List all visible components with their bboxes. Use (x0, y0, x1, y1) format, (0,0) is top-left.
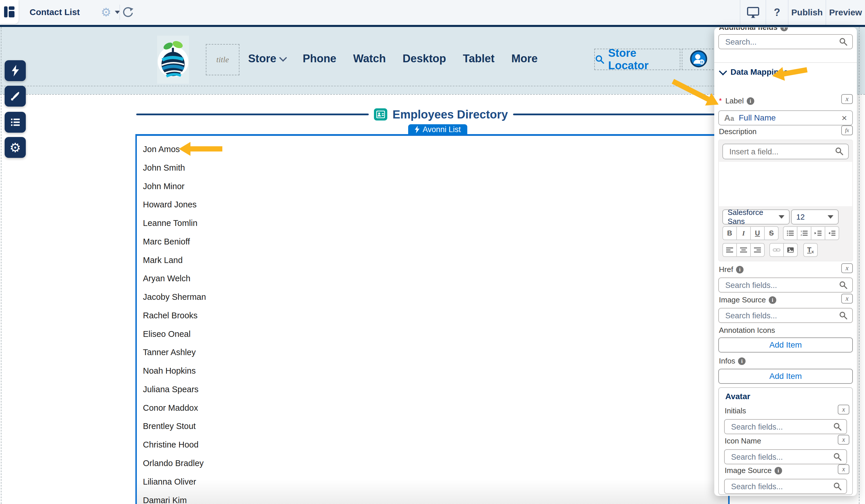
pages-tool-button[interactable] (5, 112, 26, 133)
site-title-placeholder[interactable]: title (206, 44, 240, 75)
settings-tool-button[interactable]: ⚙ (5, 137, 26, 158)
nav-item-desktop[interactable]: Desktop (403, 52, 446, 65)
initials-search-box[interactable] (724, 419, 847, 434)
divider (119, 5, 120, 20)
image-source-search-input[interactable] (725, 308, 826, 323)
section-data-mappings[interactable]: Data Mappings (720, 68, 788, 77)
align-center-button[interactable] (736, 244, 750, 256)
svg-text:1: 1 (801, 230, 802, 233)
list-item[interactable]: Christine Hood (143, 438, 198, 451)
list-item[interactable]: Jon Amos (143, 143, 180, 155)
list-item[interactable]: Conor Maddox (143, 402, 198, 414)
nav-item-tablet[interactable]: Tablet (463, 52, 495, 65)
clipped-section-label: Additional fieldsi (719, 27, 788, 32)
font-family-select[interactable]: Salesforce Sans (723, 209, 789, 224)
property-panel: Additional fieldsi Data Mappings * Label… (714, 27, 857, 496)
bullet-list-icon (787, 230, 794, 236)
avatar-image-source-field-label: Image Sourcei (725, 466, 782, 475)
list-item[interactable]: John Smith (143, 162, 185, 174)
italic-button[interactable]: I (736, 227, 750, 239)
image-source-search-box[interactable] (718, 308, 853, 323)
clear-icon[interactable]: × (842, 113, 847, 124)
align-right-button[interactable] (750, 244, 764, 256)
underline-button[interactable]: U (750, 227, 764, 239)
expression-toggle-button[interactable]: x (838, 464, 849, 474)
expression-toggle-button[interactable]: x (841, 263, 853, 273)
app-launcher-button[interactable] (0, 0, 19, 24)
href-search-box[interactable] (718, 278, 853, 293)
nav-item-more[interactable]: More (511, 52, 538, 65)
publish-button[interactable]: Publish (788, 0, 826, 25)
site-nav: Store Phone Watch Desktop Tablet More (248, 52, 538, 65)
page-settings-gear-icon[interactable]: ⚙ (101, 6, 111, 19)
refresh-button[interactable] (122, 7, 134, 20)
expression-toggle-button[interactable]: x (838, 435, 849, 445)
expression-toggle-button[interactable]: fx (841, 126, 853, 135)
nav-item-store[interactable]: Store (248, 52, 286, 65)
list-item[interactable]: Rachel Brooks (143, 309, 198, 321)
numbered-list-button[interactable]: 1 2 (797, 227, 811, 239)
image-button[interactable] (783, 244, 797, 256)
user-avatar[interactable] (690, 50, 707, 68)
list-item[interactable]: Brentley Stout (143, 420, 196, 432)
search-icon (835, 147, 844, 155)
list-item[interactable]: Eliseo Oneal (143, 328, 191, 340)
href-search-input[interactable] (725, 278, 826, 293)
divider (136, 114, 369, 115)
search-input[interactable] (725, 35, 826, 49)
annotation-icons-add-item-button[interactable]: Add Item (718, 338, 853, 352)
components-tool-button[interactable] (5, 60, 26, 81)
insert-field-box[interactable] (723, 144, 849, 159)
list-icon (10, 118, 20, 127)
avatar-image-source-search-box[interactable] (724, 479, 847, 494)
icon-name-search-input[interactable] (730, 450, 823, 464)
theme-tool-button[interactable] (5, 86, 26, 107)
label-value-combobox[interactable]: Aa Full Name × (718, 110, 853, 126)
list-item[interactable]: Jacoby Sherman (143, 291, 206, 303)
divider (714, 62, 857, 63)
list-item[interactable]: Howard Jones (143, 198, 197, 211)
list-item[interactable]: Orlando Bradley (143, 457, 204, 469)
list-item[interactable]: Aryan Welch (143, 272, 191, 284)
list-item[interactable]: John Minor (143, 180, 184, 192)
outdent-button[interactable] (825, 227, 839, 239)
strikethrough-button[interactable]: S (764, 227, 778, 239)
expression-toggle-button[interactable]: x (838, 405, 849, 414)
link-button[interactable] (770, 244, 783, 256)
nav-item-phone[interactable]: Phone (303, 52, 336, 65)
label-value: Full Name (739, 113, 837, 122)
chrome-underline (0, 25, 865, 27)
clear-format-button[interactable]: Tx (804, 244, 817, 256)
store-locator-button[interactable]: Store Locator (594, 49, 680, 70)
list-item[interactable]: Leanne Tomlin (143, 217, 197, 229)
expression-toggle-button[interactable]: x (841, 94, 853, 104)
outdent-icon (829, 230, 835, 236)
nav-item-watch[interactable]: Watch (353, 52, 386, 65)
preview-button[interactable]: Preview (826, 0, 865, 25)
info-icon: i (769, 296, 776, 304)
list-item[interactable]: Marc Benioff (143, 235, 190, 248)
device-preview-button[interactable] (740, 0, 765, 25)
component-badge[interactable]: Avonni List (408, 124, 467, 135)
panel-search[interactable] (718, 34, 853, 49)
infos-add-item-button[interactable]: Add Item (718, 369, 853, 384)
indent-button[interactable] (811, 227, 825, 239)
site-logo[interactable] (155, 35, 191, 85)
bold-button[interactable]: B (723, 227, 736, 239)
initials-search-input[interactable] (730, 420, 823, 434)
list-item[interactable]: Lilianna Oliver (143, 476, 196, 488)
list-item[interactable]: Juliana Spears (143, 383, 198, 395)
list-item[interactable]: Mark Land (143, 254, 183, 266)
insert-field-input[interactable] (729, 144, 818, 159)
icon-name-search-box[interactable] (724, 449, 847, 464)
avatar-image-source-search-input[interactable] (730, 479, 823, 494)
bullet-list-button[interactable] (784, 227, 797, 239)
list-item[interactable]: Damari Kim (143, 494, 187, 504)
list-item[interactable]: Noah Hopkins (143, 365, 196, 377)
font-size-select[interactable]: 12 (791, 209, 839, 224)
list-item[interactable]: Tanner Ashley (143, 346, 196, 358)
align-left-button[interactable] (723, 244, 736, 256)
expression-toggle-button[interactable]: x (841, 294, 853, 304)
help-button[interactable]: ? (765, 0, 788, 25)
rich-text-content[interactable] (719, 162, 852, 206)
